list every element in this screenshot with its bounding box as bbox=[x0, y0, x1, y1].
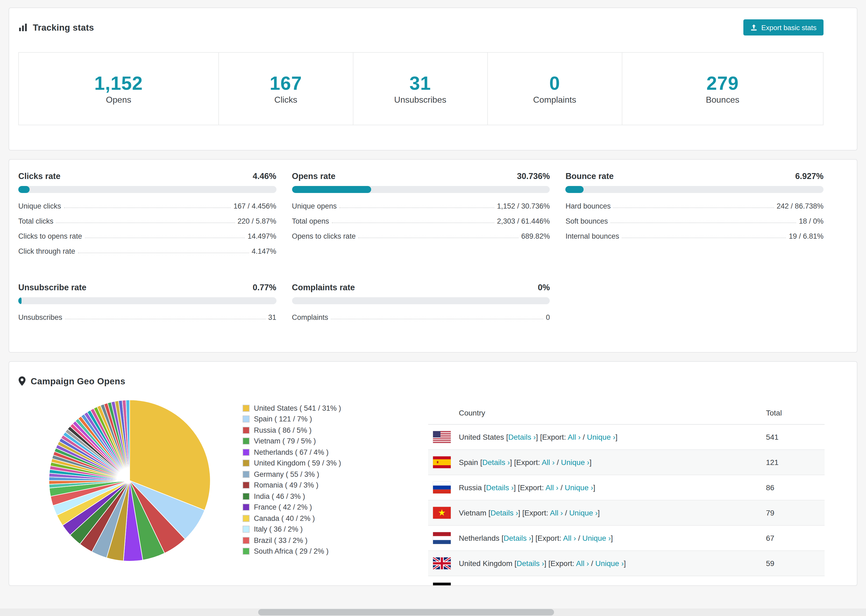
stat-label: Clicks bbox=[274, 95, 297, 105]
legend-label: Spain ( 121 / 7% ) bbox=[254, 415, 312, 423]
metric-value: 19 / 6.81% bbox=[789, 232, 823, 243]
metric-label: Soft bounces bbox=[565, 217, 608, 228]
stat-box-clicks: 167Clicks bbox=[218, 53, 353, 125]
horizontal-scrollbar-thumb[interactable] bbox=[258, 609, 554, 616]
country-column-header: Country bbox=[459, 408, 485, 417]
country-total: 55 bbox=[766, 584, 774, 586]
legend-label: France ( 42 / 2% ) bbox=[254, 503, 312, 511]
export-unique-link[interactable]: Unique › bbox=[587, 433, 615, 441]
rate-panel-bounce-rate: Bounce rate6.927%Hard bounces242 / 86.73… bbox=[565, 171, 823, 258]
rate-metric-row: Hard bounces242 / 86.738% bbox=[565, 198, 823, 213]
rate-metric-row: Complaints0 bbox=[292, 309, 550, 324]
metric-value: 220 / 5.87% bbox=[238, 217, 276, 228]
details-link[interactable]: Details › bbox=[504, 534, 531, 542]
metric-label: Hard bounces bbox=[565, 202, 611, 213]
export-all-link[interactable]: All › bbox=[563, 534, 576, 542]
rate-value: 0.77% bbox=[252, 283, 276, 292]
country-cell: Russia [Details ›] [Export: All › / Uniq… bbox=[459, 483, 595, 492]
country-total: 67 bbox=[766, 534, 774, 542]
export-basic-stats-button[interactable]: Export basic stats bbox=[744, 19, 823, 36]
legend-label: Russia ( 86 / 5% ) bbox=[254, 426, 312, 434]
rate-title: Complaints rate bbox=[292, 283, 355, 292]
dotted-leader bbox=[611, 223, 796, 223]
stat-label: Opens bbox=[106, 95, 131, 105]
legend-swatch bbox=[242, 405, 250, 412]
rate-value: 6.927% bbox=[795, 171, 823, 181]
export-all-link[interactable]: All › bbox=[545, 483, 558, 492]
stat-value: 1,152 bbox=[94, 72, 143, 94]
export-all-link[interactable]: All › bbox=[542, 458, 554, 467]
details-link[interactable]: Details › bbox=[491, 509, 518, 517]
rate-metric-row: Unique clicks167 / 4.456% bbox=[18, 198, 276, 213]
stat-value: 0 bbox=[549, 72, 560, 94]
export-all-link[interactable]: All › bbox=[553, 584, 567, 586]
nl-flag-icon bbox=[433, 532, 451, 544]
details-link[interactable]: Details › bbox=[494, 584, 522, 586]
legend-swatch bbox=[242, 416, 250, 423]
legend-label: United States ( 541 / 31% ) bbox=[254, 404, 341, 412]
details-link[interactable]: Details › bbox=[486, 483, 514, 492]
country-name: Vietnam bbox=[459, 509, 486, 517]
geo-table-body: United States [Details ›] [Export: All ›… bbox=[428, 425, 825, 586]
export-button-label: Export basic stats bbox=[761, 24, 817, 31]
legend-swatch bbox=[242, 427, 250, 434]
rate-title: Clicks rate bbox=[18, 171, 60, 181]
legend-swatch bbox=[242, 548, 250, 555]
metric-value: 2,303 / 61.446% bbox=[497, 217, 550, 228]
geo-card-title: Campaign Geo Opens bbox=[31, 376, 125, 386]
legend-swatch bbox=[242, 482, 250, 489]
metric-value: 689.82% bbox=[521, 232, 550, 243]
legend-label: Italy ( 36 / 2% ) bbox=[254, 525, 303, 533]
legend-item-india: India ( 46 / 3% ) bbox=[242, 491, 341, 502]
horizontal-scrollbar-track[interactable] bbox=[0, 608, 866, 616]
legend-swatch bbox=[242, 526, 250, 533]
vn-flag-icon bbox=[433, 507, 451, 519]
tracking-stats-card: Tracking stats Export basic stats 1,152O… bbox=[9, 8, 857, 151]
rate-metric-row: Unsubscribes31 bbox=[18, 309, 276, 324]
legend-item-canada: Canada ( 40 / 2% ) bbox=[242, 513, 341, 524]
legend-item-france: France ( 42 / 2% ) bbox=[242, 502, 341, 513]
country-name: Netherlands bbox=[459, 534, 499, 542]
details-link[interactable]: Details › bbox=[508, 433, 536, 441]
rate-progress-bar bbox=[18, 186, 276, 193]
country-name: United States bbox=[459, 433, 504, 441]
legend-swatch bbox=[242, 493, 250, 500]
export-unique-link[interactable]: Unique › bbox=[582, 534, 611, 542]
stat-box-opens: 1,152Opens bbox=[19, 53, 218, 125]
rate-progress-bar bbox=[18, 297, 276, 304]
export-unique-link[interactable]: Unique › bbox=[565, 483, 593, 492]
campaign-geo-opens-card: Campaign Geo Opens United States ( 541 /… bbox=[9, 361, 857, 586]
details-link[interactable]: Details › bbox=[482, 458, 510, 467]
export-unique-link[interactable]: Unique › bbox=[595, 559, 624, 567]
dotted-leader bbox=[614, 207, 774, 208]
map-pin-icon bbox=[18, 376, 26, 386]
details-link[interactable]: Details › bbox=[516, 559, 544, 567]
export-all-link[interactable]: All › bbox=[568, 433, 581, 441]
rate-progress-fill bbox=[565, 186, 583, 193]
metric-label: Unique opens bbox=[292, 202, 337, 213]
export-unique-link[interactable]: Unique › bbox=[569, 509, 598, 517]
rate-panel-unsubscribe-rate: Unsubscribe rate0.77%Unsubscribes31 bbox=[18, 283, 276, 324]
legend-swatch bbox=[242, 471, 250, 478]
geo-table-row-spain: Spain [Details ›] [Export: All › / Uniqu… bbox=[428, 450, 825, 475]
metric-label: Internal bounces bbox=[565, 232, 619, 243]
gb-flag-icon bbox=[433, 558, 451, 569]
metric-label: Opens to clicks rate bbox=[292, 232, 356, 243]
metric-label: Total opens bbox=[292, 217, 329, 228]
country-total: 541 bbox=[766, 433, 779, 441]
country-total: 121 bbox=[766, 458, 779, 467]
export-all-link[interactable]: All › bbox=[576, 559, 589, 567]
legend-swatch bbox=[242, 537, 250, 544]
rate-panel-complaints-rate: Complaints rate0%Complaints0 bbox=[292, 283, 550, 324]
stat-value: 167 bbox=[270, 72, 302, 94]
rate-progress-bar bbox=[565, 186, 823, 193]
export-unique-link[interactable]: Unique › bbox=[573, 584, 601, 586]
export-all-link[interactable]: All › bbox=[550, 509, 563, 517]
legend-label: India ( 46 / 3% ) bbox=[254, 492, 305, 500]
rates-card: Clicks rate4.46%Unique clicks167 / 4.456… bbox=[9, 159, 857, 353]
legend-item-vietnam: Vietnam ( 79 / 5% ) bbox=[242, 436, 341, 447]
metric-value: 167 / 4.456% bbox=[233, 202, 276, 213]
export-unique-link[interactable]: Unique › bbox=[561, 458, 589, 467]
rates-grid: Clicks rate4.46%Unique clicks167 / 4.456… bbox=[9, 160, 857, 324]
rate-title: Unsubscribe rate bbox=[18, 283, 86, 292]
